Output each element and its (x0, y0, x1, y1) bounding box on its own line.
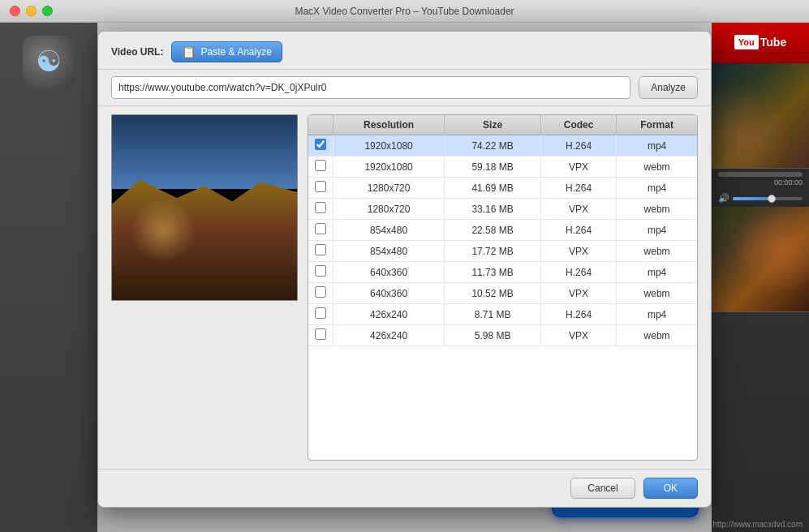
row-checkbox[interactable] (315, 202, 326, 213)
row-size: 10.52 MB (445, 283, 541, 304)
url-row: Analyze (98, 70, 711, 106)
video-url-label: Video URL: (111, 46, 163, 58)
format-table: Resolution Size Codec Format 1920x108074… (308, 115, 697, 346)
row-size: 59.18 MB (445, 157, 541, 178)
row-check-cell (308, 283, 333, 304)
close-button[interactable] (10, 6, 20, 16)
col-check (308, 115, 333, 135)
row-format: mp4 (617, 220, 697, 241)
dialog-footer: Cancel OK (98, 469, 711, 507)
col-size: Size (445, 115, 541, 135)
row-size: 11.73 MB (445, 262, 541, 283)
youtube-logo-area: You Tube (712, 23, 809, 63)
row-codec: H.264 (540, 262, 616, 283)
youtube-tube: Tube (760, 36, 786, 49)
format-table-wrapper: Resolution Size Codec Format 1920x108074… (308, 114, 698, 461)
logo-icon: ☯ (36, 45, 62, 79)
landscape-sky (112, 115, 297, 189)
cancel-button[interactable]: Cancel (570, 478, 635, 499)
col-codec: Codec (540, 115, 616, 135)
row-format: mp4 (617, 304, 697, 325)
right-panel-video-bottom (712, 207, 809, 312)
row-format: webm (617, 241, 697, 262)
table-row: 1280x72041.69 MBH.264mp4 (308, 178, 697, 199)
row-resolution: 854x480 (333, 241, 445, 262)
minimize-button[interactable] (26, 6, 37, 16)
dialog: Video URL: 📋 Paste & Analyze Analyze (97, 31, 712, 508)
window-title: MacX Video Converter Pro – YouTube Downl… (295, 6, 514, 17)
table-row: 640x36010.52 MBVPXwebm (308, 283, 697, 304)
time-label: 00:00:00 (718, 178, 803, 187)
row-codec: H.264 (540, 178, 616, 199)
col-format: Format (617, 115, 697, 135)
row-checkbox[interactable] (315, 160, 326, 171)
url-input[interactable] (111, 76, 630, 99)
row-size: 41.69 MB (445, 178, 541, 199)
volume-slider[interactable] (733, 197, 803, 200)
row-codec: H.264 (540, 304, 616, 325)
row-size: 74.22 MB (445, 135, 541, 157)
row-checkbox[interactable] (315, 307, 326, 319)
dialog-overlay: Video URL: 📋 Paste & Analyze Analyze (97, 23, 712, 532)
row-resolution: 426x240 (333, 325, 445, 346)
ok-button[interactable]: OK (643, 478, 698, 499)
table-row: 1920x108059.18 MBVPXwebm (308, 157, 697, 178)
row-checkbox[interactable] (315, 265, 326, 277)
row-size: 22.58 MB (445, 220, 541, 241)
row-check-cell (308, 241, 333, 262)
footer-url: http://www.macxdvd.com (712, 520, 803, 529)
volume-icon: 🔊 (718, 193, 729, 204)
row-resolution: 854x480 (333, 220, 445, 241)
row-codec: H.264 (540, 220, 616, 241)
row-check-cell (308, 199, 333, 220)
table-header-row: Resolution Size Codec Format (308, 115, 697, 135)
table-row: 426x2405.98 MBVPXwebm (308, 325, 697, 346)
row-codec: H.264 (540, 135, 616, 157)
row-resolution: 1920x1080 (333, 157, 445, 178)
table-row: 426x2408.71 MBH.264mp4 (308, 304, 697, 325)
row-size: 8.71 MB (445, 304, 541, 325)
row-checkbox[interactable] (315, 244, 326, 255)
right-panel: You Tube 00:00:00 🔊 (712, 23, 809, 532)
row-format: mp4 (617, 135, 697, 157)
paste-analyze-button[interactable]: 📋 Paste & Analyze (171, 41, 282, 62)
dialog-content: Resolution Size Codec Format 1920x108074… (98, 106, 711, 469)
row-resolution: 1280x720 (333, 178, 445, 199)
row-check-cell (308, 304, 333, 325)
row-format: webm (617, 325, 697, 346)
clipboard-icon: 📋 (182, 45, 196, 58)
row-codec: VPX (540, 283, 616, 304)
row-checkbox[interactable] (315, 139, 326, 150)
row-checkbox[interactable] (315, 286, 326, 298)
row-format: webm (617, 283, 697, 304)
analyze-button[interactable]: Analyze (639, 76, 698, 99)
row-codec: VPX (540, 325, 616, 346)
row-checkbox[interactable] (315, 223, 326, 234)
progress-bar-bg (718, 172, 803, 177)
row-format: webm (617, 157, 697, 178)
sidebar: ☯ (0, 23, 97, 532)
table-row: 1920x108074.22 MBH.264mp4 (308, 135, 697, 157)
row-codec: VPX (540, 199, 616, 220)
video-thumbnail (111, 114, 298, 301)
table-row: 854x48017.72 MBVPXwebm (308, 241, 697, 262)
format-table-body: 1920x108074.22 MBH.264mp41920x108059.18 … (308, 135, 697, 346)
dialog-header: Video URL: 📋 Paste & Analyze (98, 32, 711, 70)
row-codec: VPX (540, 157, 616, 178)
traffic-lights (10, 6, 53, 16)
volume-control: 🔊 (712, 190, 809, 207)
row-checkbox[interactable] (315, 328, 326, 340)
row-checkbox[interactable] (315, 181, 326, 192)
row-format: mp4 (617, 262, 697, 283)
volume-thumb (768, 195, 776, 203)
row-resolution: 1920x1080 (333, 135, 445, 157)
row-check-cell (308, 157, 333, 178)
row-size: 5.98 MB (445, 325, 541, 346)
col-resolution: Resolution (333, 115, 445, 135)
table-row: 1280x72033.16 MBVPXwebm (308, 199, 697, 220)
maximize-button[interactable] (42, 6, 53, 16)
right-panel-video-top (712, 63, 809, 169)
row-format: mp4 (617, 178, 697, 199)
app-logo: ☯ (23, 36, 75, 88)
row-resolution: 426x240 (333, 304, 445, 325)
